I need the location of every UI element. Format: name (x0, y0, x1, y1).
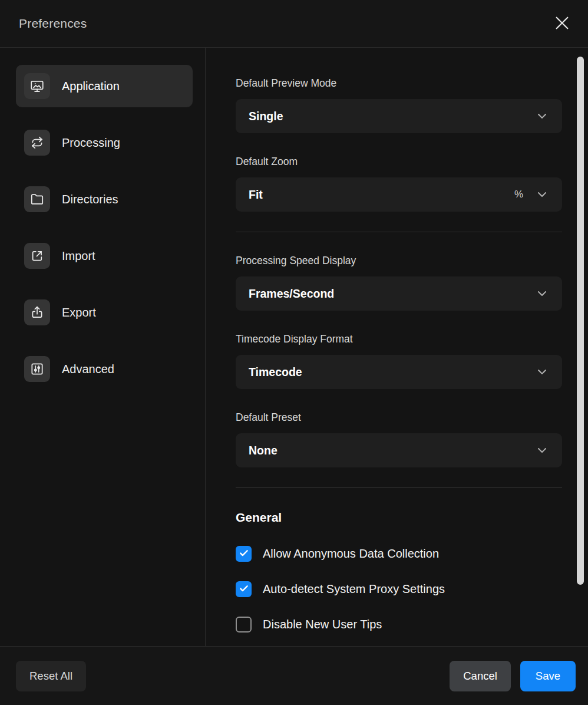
sidebar-item-label: Advanced (62, 363, 114, 376)
chevron-down-icon (535, 286, 549, 301)
field-label: Default Zoom (236, 156, 562, 168)
sidebar-item-export[interactable]: Export (16, 291, 193, 334)
checkbox-checked[interactable] (236, 546, 252, 562)
select-suffix: % (514, 189, 523, 200)
field-default-preview-mode: Default Preview Mode Single (236, 77, 562, 133)
dialog-header: Preferences (0, 0, 588, 48)
preferences-dialog: Preferences Application (0, 0, 588, 705)
checkbox-unchecked[interactable] (236, 617, 252, 632)
dialog-body: Application Processing (0, 48, 588, 646)
select-value: None (249, 444, 523, 457)
sidebar-item-label: Directories (62, 193, 118, 206)
select-value: Fit (249, 188, 514, 202)
application-icon (24, 73, 50, 99)
sidebar-item-label: Export (62, 306, 96, 319)
close-button[interactable] (550, 12, 574, 35)
sidebar-item-label: Application (62, 80, 120, 93)
field-label: Timecode Display Format (236, 333, 562, 345)
sidebar-item-label: Import (62, 249, 95, 263)
chevron-down-icon (535, 109, 549, 123)
sidebar-item-directories[interactable]: Directories (16, 178, 193, 220)
advanced-icon (24, 356, 50, 382)
processing-icon (24, 130, 50, 156)
sidebar-item-import[interactable]: Import (16, 235, 193, 277)
timecode-display-format-select[interactable]: Timecode (236, 355, 562, 389)
default-preview-mode-select[interactable]: Single (236, 99, 562, 133)
settings-panel: Default Preview Mode Single Default Zoom… (206, 48, 588, 646)
scrollbar-thumb[interactable] (577, 57, 584, 585)
sidebar-item-application[interactable]: Application (16, 65, 193, 107)
field-label: Default Preview Mode (236, 77, 562, 90)
section-divider (236, 232, 562, 232)
general-section-heading: General (236, 510, 562, 525)
cancel-button[interactable]: Cancel (450, 661, 511, 691)
select-value: Frames/Second (249, 287, 523, 301)
default-zoom-select[interactable]: Fit % (236, 177, 562, 212)
sidebar-item-label: Processing (62, 136, 120, 150)
checkbox-row-proxy-settings[interactable]: Auto-detect System Proxy Settings (236, 581, 562, 597)
field-timecode-display-format: Timecode Display Format Timecode (236, 333, 562, 389)
close-icon (553, 14, 572, 34)
check-icon (239, 548, 249, 561)
import-icon (24, 243, 50, 269)
sidebar: Application Processing (0, 48, 206, 646)
checkbox-label: Disable New User Tips (263, 618, 382, 631)
chevron-down-icon (535, 187, 549, 202)
processing-speed-display-select[interactable]: Frames/Second (236, 276, 562, 311)
default-preset-select[interactable]: None (236, 433, 562, 467)
dialog-footer: Reset All Cancel Save (0, 646, 588, 705)
folder-icon (24, 186, 50, 212)
field-processing-speed-display: Processing Speed Display Frames/Second (236, 255, 562, 311)
dialog-title: Preferences (19, 17, 87, 31)
scrollbar[interactable] (576, 48, 586, 646)
select-value: Single (249, 110, 523, 123)
sidebar-item-advanced[interactable]: Advanced (16, 348, 193, 390)
chevron-down-icon (535, 365, 549, 379)
export-icon (24, 299, 50, 325)
field-label: Processing Speed Display (236, 255, 562, 267)
field-default-zoom: Default Zoom Fit % (236, 156, 562, 212)
checkbox-label: Auto-detect System Proxy Settings (263, 582, 445, 596)
field-default-preset: Default Preset None (236, 411, 562, 467)
select-value: Timecode (249, 365, 523, 379)
checkbox-label: Allow Anonymous Data Collection (263, 547, 439, 561)
field-label: Default Preset (236, 411, 562, 424)
chevron-down-icon (535, 443, 549, 457)
checkbox-checked[interactable] (236, 581, 252, 597)
checkbox-row-disable-tips[interactable]: Disable New User Tips (236, 617, 562, 632)
check-icon (239, 583, 249, 596)
checkbox-row-anonymous-data[interactable]: Allow Anonymous Data Collection (236, 546, 562, 562)
save-button[interactable]: Save (520, 661, 576, 691)
reset-all-button[interactable]: Reset All (16, 661, 86, 691)
section-divider (236, 487, 562, 488)
sidebar-item-processing[interactable]: Processing (16, 121, 193, 164)
